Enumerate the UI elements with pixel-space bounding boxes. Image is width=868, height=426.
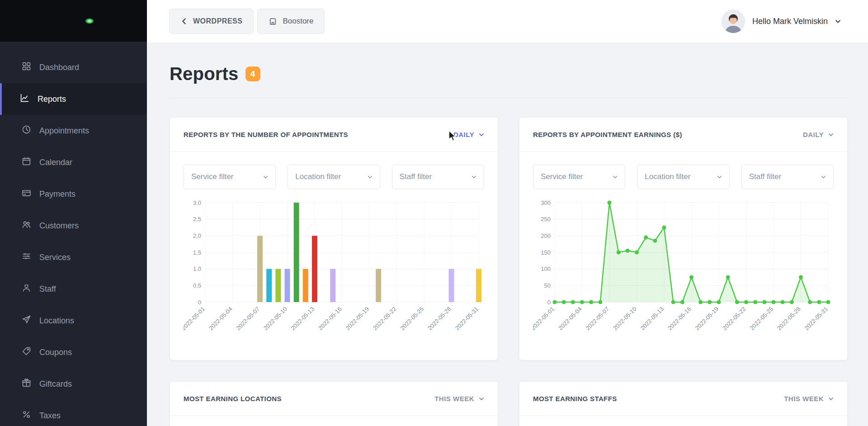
svg-text:100: 100 <box>541 265 551 272</box>
chevron-down-icon <box>263 175 268 180</box>
chevron-down-icon <box>368 175 373 180</box>
sidebar-item-reports[interactable]: Reports <box>0 83 147 115</box>
chevron-down-icon <box>472 175 476 180</box>
svg-text:0: 0 <box>198 299 201 306</box>
sidebar-item-label: Taxes <box>39 411 61 421</box>
page-title: Reports <box>170 64 239 84</box>
sidebar: Dashboard Reports Appointments Calendar … <box>0 0 147 426</box>
svg-text:2022-05-10: 2022-05-10 <box>262 306 288 332</box>
dashboard-icon <box>22 62 31 73</box>
gift-icon <box>22 378 31 390</box>
wordpress-button-label: WORDPRESS <box>193 17 242 25</box>
sidebar-item-giftcards[interactable]: Giftcards <box>0 368 147 400</box>
boostore-button[interactable]: Boostore <box>257 9 325 34</box>
svg-text:2022-05-22: 2022-05-22 <box>372 306 398 332</box>
tag-icon <box>22 346 31 358</box>
most-earning-locations-card: MOST EARNING LOCATIONS THIS WEEK <box>170 381 498 426</box>
svg-text:2022-05-28: 2022-05-28 <box>426 306 453 332</box>
sidebar-item-services[interactable]: Services <box>0 241 147 273</box>
svg-text:2022-05-31: 2022-05-31 <box>453 306 480 332</box>
filter-label: Service filter <box>541 172 583 181</box>
svg-text:2022-05-28: 2022-05-28 <box>776 306 802 332</box>
appointments-bar-chart: 00.51.01.52.02.53.02022-05-012022-05-042… <box>184 197 484 347</box>
svg-text:1.5: 1.5 <box>193 249 201 256</box>
wallet-icon <box>22 188 31 200</box>
period-label: THIS WEEK <box>784 395 824 402</box>
logo-glow-dot <box>85 18 94 24</box>
store-icon <box>269 17 277 26</box>
filter-label: Service filter <box>191 172 234 181</box>
sidebar-item-payments[interactable]: Payments <box>0 178 147 210</box>
period-label: DAILY <box>453 131 474 138</box>
appointments-report-card: REPORTS BY THE NUMBER OF APPOINTMENTS DA… <box>170 117 498 360</box>
sidebar-item-locations[interactable]: Locations <box>0 305 147 336</box>
sidebar-item-staff[interactable]: Staff <box>0 273 147 305</box>
chevron-down-icon <box>821 175 826 180</box>
svg-text:2022-05-07: 2022-05-07 <box>235 306 261 332</box>
earnings-period-dropdown[interactable]: DAILY <box>803 131 834 138</box>
svg-text:2022-05-19: 2022-05-19 <box>344 306 370 332</box>
svg-text:2022-05-10: 2022-05-10 <box>612 306 638 332</box>
filter-label: Staff filter <box>400 172 432 181</box>
chevron-down-icon <box>835 19 841 24</box>
location-filter-select[interactable]: Location filter <box>288 165 380 189</box>
app-logo <box>0 0 147 42</box>
service-filter-select[interactable]: Service filter <box>184 165 276 189</box>
card-title: MOST EARNING STAFFS <box>533 395 617 402</box>
svg-text:2022-05-07: 2022-05-07 <box>584 306 610 332</box>
chevron-left-icon <box>180 18 188 25</box>
earnings-report-card: REPORTS BY APPOINTMENT EARNINGS ($) DAIL… <box>519 117 848 360</box>
most-earning-staffs-card: MOST EARNING STAFFS THIS WEEK <box>519 381 848 426</box>
chevron-down-icon <box>479 396 484 402</box>
user-greeting: Hello Mark Velmiskin <box>752 17 828 26</box>
sidebar-item-label: Giftcards <box>39 379 72 389</box>
svg-text:2022-05-25: 2022-05-25 <box>399 306 425 332</box>
svg-text:200: 200 <box>541 232 551 239</box>
earnings-line-chart: 0501001502002503002022-05-012022-05-0420… <box>533 197 834 347</box>
chevron-down-icon <box>717 175 722 180</box>
chevron-down-icon <box>613 175 618 180</box>
sidebar-item-label: Appointments <box>39 126 89 136</box>
sidebar-item-appointments[interactable]: Appointments <box>0 115 147 147</box>
sidebar-item-label: Staff <box>39 284 56 294</box>
sidebar-menu: Dashboard Reports Appointments Calendar … <box>0 42 147 426</box>
staffs-period-dropdown[interactable]: THIS WEEK <box>784 395 834 402</box>
sidebar-item-dashboard[interactable]: Dashboard <box>0 52 147 83</box>
service-filter-select[interactable]: Service filter <box>533 165 625 189</box>
title-divider <box>170 98 848 98</box>
card-title: REPORTS BY THE NUMBER OF APPOINTMENTS <box>184 131 348 138</box>
sidebar-item-coupons[interactable]: Coupons <box>0 336 147 368</box>
location-filter-select[interactable]: Location filter <box>637 165 729 189</box>
filter-label: Location filter <box>645 172 690 181</box>
svg-text:2022-05-04: 2022-05-04 <box>208 306 234 332</box>
filter-label: Location filter <box>295 172 341 181</box>
svg-text:2022-05-13: 2022-05-13 <box>289 306 316 332</box>
card-title: MOST EARNING LOCATIONS <box>184 395 282 402</box>
wordpress-back-button[interactable]: WORDPRESS <box>169 9 254 34</box>
svg-text:2022-05-01: 2022-05-01 <box>184 306 206 332</box>
sidebar-item-label: Customers <box>39 221 79 231</box>
staff-filter-select[interactable]: Staff filter <box>392 165 484 189</box>
staff-icon <box>22 283 31 295</box>
sidebar-item-label: Calendar <box>39 158 72 167</box>
staff-filter-select[interactable]: Staff filter <box>741 165 834 189</box>
appointments-period-dropdown[interactable]: DAILY <box>453 131 484 138</box>
svg-text:2022-05-04: 2022-05-04 <box>557 306 583 332</box>
customers-icon <box>22 220 31 232</box>
locations-period-dropdown[interactable]: THIS WEEK <box>434 395 484 402</box>
sidebar-item-taxes[interactable]: Taxes <box>0 400 147 426</box>
svg-text:2022-05-25: 2022-05-25 <box>748 306 774 332</box>
svg-text:250: 250 <box>541 216 551 222</box>
svg-text:2022-05-22: 2022-05-22 <box>721 306 747 332</box>
svg-text:2022-05-31: 2022-05-31 <box>803 306 829 332</box>
sidebar-item-label: Locations <box>39 316 74 326</box>
sidebar-item-customers[interactable]: Customers <box>0 210 147 241</box>
location-send-icon <box>22 315 31 327</box>
card-title: REPORTS BY APPOINTMENT EARNINGS ($) <box>533 131 682 138</box>
svg-text:2022-05-01: 2022-05-01 <box>533 306 556 332</box>
sidebar-item-calendar[interactable]: Calendar <box>0 147 147 178</box>
period-label: THIS WEEK <box>434 395 474 402</box>
user-menu[interactable]: Hello Mark Velmiskin <box>722 9 841 33</box>
clock-icon <box>22 125 31 137</box>
svg-text:2022-05-16: 2022-05-16 <box>666 306 693 332</box>
